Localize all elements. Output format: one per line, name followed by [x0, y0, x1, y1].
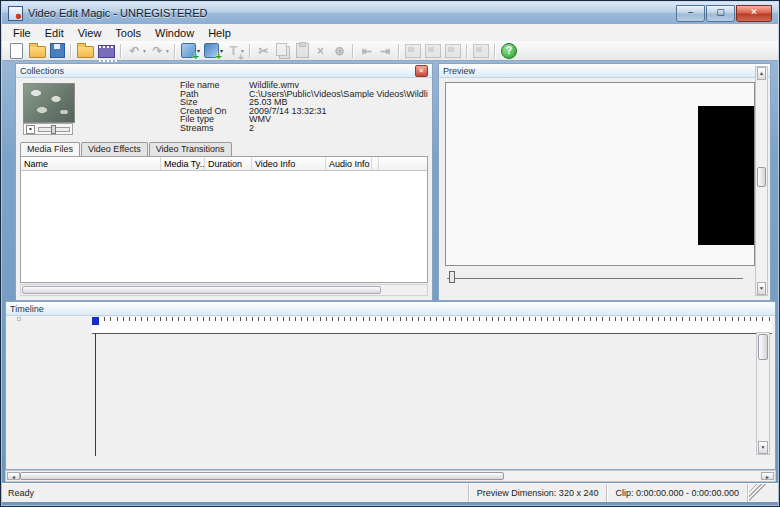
timeline-vscrollbar[interactable]: ▼: [756, 332, 770, 455]
menu-item-window[interactable]: Window: [148, 26, 201, 40]
redo-button[interactable]: ↷▾: [148, 42, 171, 60]
scroll-down-icon[interactable]: ▼: [757, 282, 766, 295]
column-header-media-ty-[interactable]: Media Ty...: [161, 157, 205, 170]
timeline-header: Timeline: [6, 302, 775, 316]
column-header-video-info[interactable]: Video Info: [252, 157, 326, 170]
collections-close-icon[interactable]: ✕: [415, 65, 428, 77]
collections-hscrollbar[interactable]: [20, 284, 428, 296]
dropdown-arrow-icon[interactable]: ▾: [166, 47, 169, 54]
close-button[interactable]: ✕: [736, 5, 772, 22]
preview-viewport: [445, 82, 755, 266]
file-info-row: Created On2009/7/14 13:32:31: [180, 107, 428, 116]
add-media-file-button[interactable]: [96, 42, 117, 60]
save-project-button[interactable]: [48, 42, 67, 60]
collections-hscroll-thumb[interactable]: [22, 286, 381, 294]
menu-item-help[interactable]: Help: [201, 26, 238, 40]
open-collection-button[interactable]: [75, 42, 96, 60]
scroll-left-icon[interactable]: ◄: [7, 472, 20, 480]
resize-grip[interactable]: [747, 484, 778, 502]
dropdown-arrow-icon[interactable]: ▾: [143, 47, 146, 54]
capture-frame-icon: [425, 44, 441, 58]
timeline-position-marker[interactable]: [92, 317, 99, 325]
capture-frame-button[interactable]: [423, 42, 443, 60]
paste-icon: [296, 43, 309, 58]
scroll-down-icon[interactable]: ▼: [758, 441, 768, 454]
media-files-table: NameMedia Ty...DurationVideo InfoAudio I…: [20, 156, 428, 283]
effect-properties-icon: ⊛: [332, 43, 347, 58]
full-screen-preview-icon: [445, 44, 461, 58]
add-media-file-icon: [98, 45, 115, 58]
full-screen-preview-button[interactable]: [443, 42, 463, 60]
toolbar-separator: [70, 44, 72, 58]
split-clip-button[interactable]: ⇥: [376, 42, 395, 60]
file-info-value: 2009/7/14 13:32:31: [249, 107, 327, 116]
timeline-body: ▼: [6, 315, 775, 469]
delete-icon: ×: [313, 43, 328, 58]
minimize-button[interactable]: –: [676, 5, 705, 22]
redo-icon: ↷: [150, 43, 165, 58]
open-project-button[interactable]: [27, 42, 48, 60]
column-header-duration[interactable]: Duration: [205, 157, 252, 170]
undo-button[interactable]: ↶▾: [125, 42, 148, 60]
add-video-effect-button[interactable]: ▾: [179, 42, 202, 60]
file-info-value: WMV: [249, 115, 271, 124]
collections-panel: Collections ✕ ■ File nameWildlife.wmvPat…: [15, 63, 433, 301]
delete-button[interactable]: ×: [311, 42, 330, 60]
toolbar-separator: [352, 44, 354, 58]
maximize-button[interactable]: ▢: [706, 5, 735, 22]
open-project-icon: [29, 46, 46, 58]
new-project-button[interactable]: [6, 42, 27, 60]
trim-left-button[interactable]: ⇤: [357, 42, 376, 60]
menu-item-tools[interactable]: Tools: [108, 26, 148, 40]
scroll-right-icon[interactable]: ►: [761, 472, 774, 480]
menu-item-edit[interactable]: Edit: [38, 26, 71, 40]
file-info-value: C:\Users\Public\Videos\Sample Videos\Wil…: [249, 90, 428, 99]
column-header-audio-info[interactable]: Audio Info: [326, 157, 372, 170]
timeline-tools: [17, 317, 21, 321]
make-movie-icon: [473, 44, 489, 58]
paste-button[interactable]: [294, 42, 311, 60]
add-video-transition-button[interactable]: ▾: [202, 42, 225, 60]
file-info-label: Streams: [180, 124, 249, 133]
tab-video-effects[interactable]: Video Effects: [81, 142, 148, 156]
title-bar: Video Edit Magic - UNREGISTERED – ▢ ✕: [2, 2, 778, 25]
status-bar: Ready Preview Dimension: 320 x 240 Clip:…: [2, 483, 778, 502]
thumbnail-seek-slider[interactable]: [38, 127, 70, 132]
thumbnail-slider-thumb[interactable]: [51, 125, 56, 134]
thumbnail-stop-button[interactable]: ■: [26, 125, 35, 134]
undo-icon: ↶: [127, 43, 142, 58]
toolbar-separator: [174, 44, 176, 58]
make-movie-button[interactable]: [471, 42, 491, 60]
column-header-name[interactable]: Name: [21, 157, 161, 170]
thumbnail-player: ■: [23, 123, 73, 135]
file-info-row: Streams2: [180, 124, 428, 133]
add-text-button[interactable]: T▾: [225, 42, 246, 60]
preview-vscrollbar[interactable]: ▲ ▼: [755, 66, 768, 296]
timeline-title: Timeline: [10, 304, 44, 314]
preview-slider-thumb[interactable]: [449, 271, 455, 283]
toolbar-separator: [494, 44, 496, 58]
timeline-ruler[interactable]: [92, 317, 772, 334]
cut-button[interactable]: ✂: [254, 42, 273, 60]
copy-button[interactable]: [273, 42, 294, 60]
help-button[interactable]: ?: [499, 42, 519, 60]
file-info-value: 2: [249, 124, 254, 133]
timeline-hscroll-thumb[interactable]: [20, 472, 504, 480]
timeline-hscrollbar[interactable]: ◄ ►: [5, 470, 776, 482]
media-thumbnail: [23, 83, 75, 123]
toolbar-separator: [398, 44, 400, 58]
export-frame-button[interactable]: [403, 42, 423, 60]
timeline-tracks: [17, 335, 752, 456]
scroll-up-icon[interactable]: ▲: [757, 67, 766, 80]
preview-vscroll-thumb[interactable]: [757, 167, 766, 187]
preview-seek-slider[interactable]: [447, 269, 743, 279]
file-info-row: File typeWMV: [180, 115, 428, 124]
menu-item-view[interactable]: View: [71, 26, 109, 40]
effect-properties-button[interactable]: ⊛: [330, 42, 349, 60]
menu-item-file[interactable]: File: [6, 26, 38, 40]
tab-media-files[interactable]: Media Files: [20, 142, 80, 156]
playhead-line[interactable]: [95, 333, 96, 456]
tab-video-transitions[interactable]: Video Transitions: [149, 142, 232, 156]
ruler-minor-ticks: [92, 317, 772, 321]
timeline-vscroll-thumb[interactable]: [758, 334, 768, 360]
